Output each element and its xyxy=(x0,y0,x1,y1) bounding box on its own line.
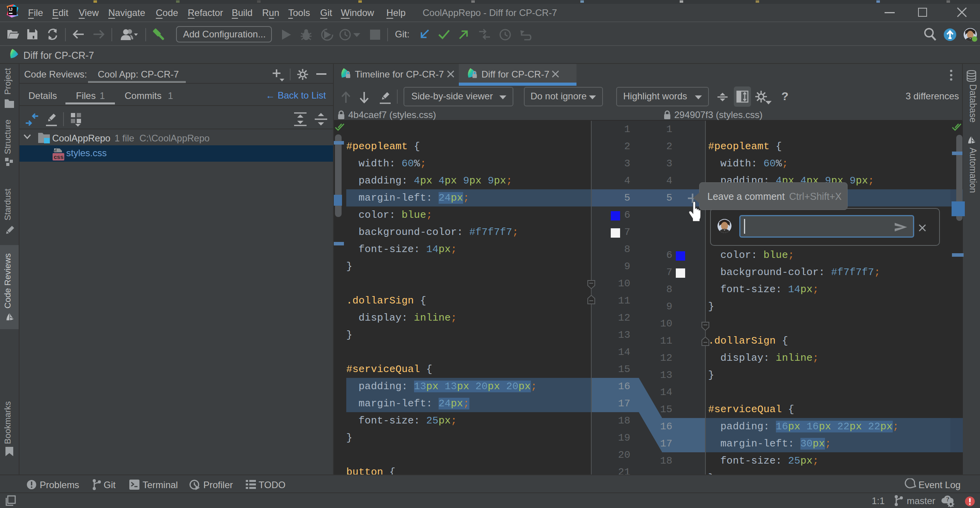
svg-text:IJ: IJ xyxy=(9,7,12,12)
svg-text:css: css xyxy=(54,153,63,160)
